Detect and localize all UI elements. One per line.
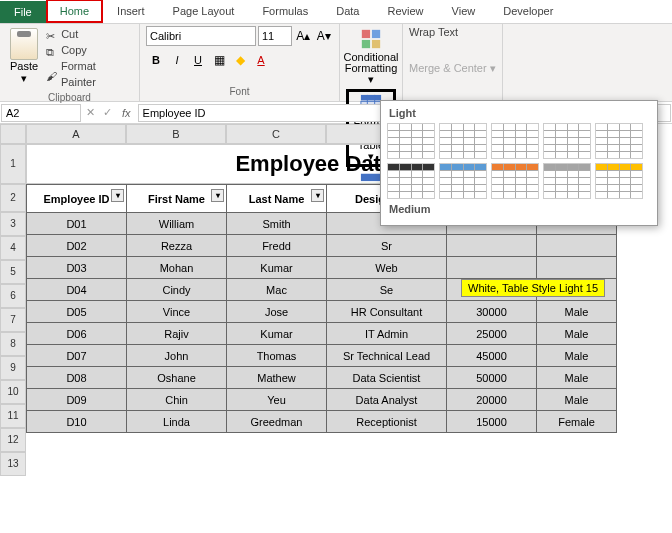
tab-insert[interactable]: Insert (103, 0, 159, 23)
tab-file[interactable]: File (0, 1, 46, 23)
table-style-option[interactable] (491, 123, 539, 159)
row-header[interactable]: 12 (0, 428, 26, 452)
underline-button[interactable]: U (188, 50, 208, 70)
table-cell[interactable]: D03 (27, 257, 127, 279)
table-style-option[interactable] (543, 163, 591, 199)
table-cell[interactable] (447, 257, 537, 279)
table-cell[interactable]: D07 (27, 345, 127, 367)
cut-button[interactable]: ✂Cut (46, 26, 133, 42)
table-style-option[interactable] (439, 163, 487, 199)
fill-color-button[interactable]: ◆ (230, 50, 250, 70)
table-cell[interactable]: Vince (127, 301, 227, 323)
select-all-corner[interactable] (0, 124, 26, 144)
row-header[interactable]: 13 (0, 452, 26, 476)
filter-icon[interactable]: ▾ (111, 189, 124, 202)
table-cell[interactable]: D02 (27, 235, 127, 257)
table-cell[interactable]: Se (327, 279, 447, 301)
table-cell[interactable]: Data Scientist (327, 367, 447, 389)
table-cell[interactable]: 50000 (447, 367, 537, 389)
italic-button[interactable]: I (167, 50, 187, 70)
tab-home[interactable]: Home (46, 0, 103, 23)
table-cell[interactable]: HR Consultant (327, 301, 447, 323)
table-cell[interactable]: Sr (327, 235, 447, 257)
table-cell[interactable] (447, 235, 537, 257)
table-cell[interactable]: 45000 (447, 345, 537, 367)
table-cell[interactable] (537, 235, 617, 257)
table-cell[interactable]: D04 (27, 279, 127, 301)
row-header[interactable]: 10 (0, 380, 26, 404)
filter-icon[interactable]: ▾ (311, 189, 324, 202)
table-cell[interactable]: Thomas (227, 345, 327, 367)
table-cell[interactable]: Male (537, 323, 617, 345)
table-style-option[interactable] (387, 123, 435, 159)
table-cell[interactable]: Smith (227, 213, 327, 235)
conditional-formatting-button[interactable]: Conditional Formatting▾ (346, 26, 396, 87)
table-cell[interactable]: Cindy (127, 279, 227, 301)
table-cell[interactable]: Mathew (227, 367, 327, 389)
tab-formulas[interactable]: Formulas (248, 0, 322, 23)
border-button[interactable]: ▦ (209, 50, 229, 70)
table-cell[interactable]: Rezza (127, 235, 227, 257)
tab-pagelayout[interactable]: Page Layout (159, 0, 249, 23)
table-cell[interactable]: 25000 (447, 323, 537, 345)
decrease-font-button[interactable]: A▾ (315, 26, 334, 46)
table-cell[interactable]: D06 (27, 323, 127, 345)
table-cell[interactable]: Jose (227, 301, 327, 323)
table-style-option[interactable] (595, 163, 643, 199)
row-header[interactable]: 3 (0, 212, 26, 236)
row-header[interactable]: 8 (0, 332, 26, 356)
table-cell[interactable]: Fredd (227, 235, 327, 257)
font-size-select[interactable] (258, 26, 292, 46)
table-cell[interactable]: Kumar (227, 323, 327, 345)
name-box[interactable] (1, 104, 81, 122)
table-style-option[interactable] (491, 163, 539, 199)
tab-developer[interactable]: Developer (489, 0, 567, 23)
table-cell[interactable]: D08 (27, 367, 127, 389)
table-cell[interactable]: Male (537, 301, 617, 323)
table-cell[interactable]: Web (327, 257, 447, 279)
table-cell[interactable]: Female (537, 411, 617, 433)
table-cell[interactable]: D10 (27, 411, 127, 433)
table-cell[interactable]: William (127, 213, 227, 235)
filter-icon[interactable]: ▾ (211, 189, 224, 202)
table-cell[interactable]: Mohan (127, 257, 227, 279)
merge-center-button[interactable]: Merge & Center ▾ (409, 62, 496, 75)
table-header[interactable]: Last Name▾ (227, 185, 327, 213)
row-header[interactable]: 9 (0, 356, 26, 380)
cancel-icon[interactable]: ✕ (82, 106, 99, 119)
col-header[interactable]: A (26, 124, 126, 144)
font-name-select[interactable] (146, 26, 256, 46)
row-header[interactable]: 2 (0, 184, 26, 212)
table-cell[interactable]: Male (537, 389, 617, 411)
font-color-button[interactable]: A (251, 50, 271, 70)
table-cell[interactable] (537, 257, 617, 279)
table-cell[interactable]: John (127, 345, 227, 367)
table-cell[interactable]: Data Analyst (327, 389, 447, 411)
table-cell[interactable]: Greedman (227, 411, 327, 433)
table-cell[interactable]: Male (537, 345, 617, 367)
bold-button[interactable]: B (146, 50, 166, 70)
tab-data[interactable]: Data (322, 0, 373, 23)
table-header[interactable]: Employee ID▾ (27, 185, 127, 213)
paste-button[interactable]: Paste ▾ (6, 26, 42, 90)
table-cell[interactable]: Rajiv (127, 323, 227, 345)
table-cell[interactable]: Receptionist (327, 411, 447, 433)
table-cell[interactable]: Male (537, 367, 617, 389)
table-cell[interactable]: Oshane (127, 367, 227, 389)
format-painter-button[interactable]: 🖌Format Painter (46, 58, 133, 90)
table-header[interactable]: First Name▾ (127, 185, 227, 213)
row-header[interactable]: 4 (0, 236, 26, 260)
copy-button[interactable]: ⧉Copy (46, 42, 133, 58)
col-header[interactable]: B (126, 124, 226, 144)
table-cell[interactable]: IT Admin (327, 323, 447, 345)
table-cell[interactable]: Kumar (227, 257, 327, 279)
row-header[interactable]: 6 (0, 284, 26, 308)
table-cell[interactable]: D09 (27, 389, 127, 411)
row-header[interactable]: 1 (0, 144, 26, 184)
table-cell[interactable]: D05 (27, 301, 127, 323)
fx-icon[interactable]: fx (116, 107, 137, 119)
col-header[interactable]: C (226, 124, 326, 144)
tab-review[interactable]: Review (373, 0, 437, 23)
table-style-option[interactable] (543, 123, 591, 159)
enter-icon[interactable]: ✓ (99, 106, 116, 119)
